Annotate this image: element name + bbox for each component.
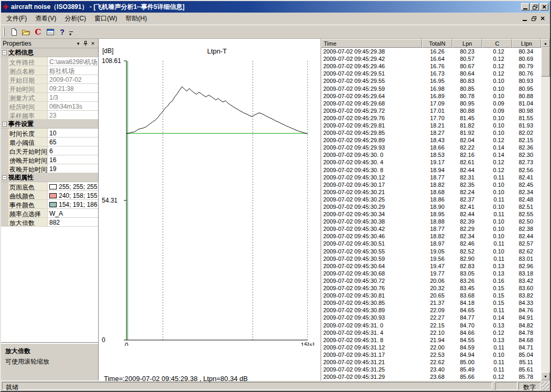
table-row[interactable]: 2009-07-02 09:45:29.4616.7680.670.1280.7… xyxy=(321,62,541,70)
table-row[interactable]: 2009-07-02 09:45:30.5118.9782.460.1182.5… xyxy=(321,240,541,247)
column-header-time[interactable]: Time xyxy=(321,39,422,48)
property-value[interactable]: 255; 255; 255 xyxy=(47,182,98,191)
table-row[interactable]: 2009-07-02 09:45:30.4218.7782.290.1082.3… xyxy=(321,225,541,232)
table-row[interactable]: 2009-07-02 09:45:31. 022.1584.700.1384.8… xyxy=(321,321,541,329)
toolbar-grip-handle[interactable] xyxy=(3,28,5,36)
table-row[interactable]: 2009-07-02 09:45:30.4618.8282.340.1082.4… xyxy=(321,232,541,240)
table-row[interactable]: 2009-07-02 09:45:31.2122.6285.000.1185.1… xyxy=(321,358,541,366)
close-button[interactable]: ✕ xyxy=(540,3,548,10)
table-row[interactable]: 2009-07-02 09:45:30.9322.2784.770.1484.9… xyxy=(321,314,541,321)
menu-item-view[interactable]: 查看(V) xyxy=(31,12,60,25)
property-section-header[interactable]: −事件设置 xyxy=(1,120,98,129)
table-row[interactable]: 2009-07-02 09:45:31.1722.5384.940.1085.0… xyxy=(321,351,541,358)
menu-item-file[interactable]: 文件(F) xyxy=(2,12,31,25)
minimize-button[interactable] xyxy=(521,3,529,10)
table-row[interactable]: 2009-07-02 09:45:30.8922.0984.650.1184.7… xyxy=(321,306,541,314)
chevron-down-icon[interactable]: ▾ xyxy=(75,40,82,47)
table-row[interactable]: 2009-07-02 09:45:30. 818.9482.440.1282.5… xyxy=(321,166,541,174)
property-section-header[interactable]: −视图属性 xyxy=(1,173,98,182)
table-row[interactable]: 2009-07-02 09:45:31. 422.1084.660.1284.7… xyxy=(321,329,541,336)
table-row[interactable]: 2009-07-02 09:45:29.5916.9880.850.1080.9… xyxy=(321,84,541,92)
table-row[interactable]: 2009-07-02 09:45:30.5919.5682.900.1183.0… xyxy=(321,255,541,262)
property-value[interactable]: 栎社机场 xyxy=(47,66,98,75)
property-value[interactable]: 16 xyxy=(47,155,98,164)
chart-canvas[interactable]: 054.31108.61015[s] xyxy=(99,39,321,346)
pin-icon[interactable] xyxy=(82,40,89,47)
property-value[interactable]: W_A xyxy=(47,209,98,218)
table-row[interactable]: 2009-07-02 09:45:30.7620.3283.450.1583.6… xyxy=(321,284,541,292)
table-row[interactable]: 2009-07-02 09:45:29.9318.6682.220.1482.3… xyxy=(321,144,541,151)
property-value[interactable]: 2009-07-02 xyxy=(47,75,98,84)
toolbar-overflow-chevron-icon[interactable]: ▾ xyxy=(69,27,73,37)
column-header-c[interactable]: C xyxy=(482,39,512,48)
properties-button[interactable] xyxy=(44,26,56,38)
property-value[interactable]: 10 xyxy=(47,129,98,137)
table-row[interactable]: 2009-07-02 09:45:29.8118.2181.820.1081.9… xyxy=(321,122,541,129)
table-row[interactable]: 2009-07-02 09:45:29.7617.7081.450.1081.5… xyxy=(321,114,541,122)
open-file-button[interactable] xyxy=(20,26,32,38)
table-row[interactable]: 2009-07-02 09:45:31. 821.9484.550.1384.6… xyxy=(321,336,541,344)
new-document-button[interactable] xyxy=(8,26,20,38)
mdi-minimize-button[interactable] xyxy=(521,15,529,23)
scroll-down-arrow-icon[interactable]: ▼ xyxy=(541,372,550,380)
table-row[interactable]: 2009-07-02 09:45:31.1222.0084.590.1184.7… xyxy=(321,344,541,351)
property-value[interactable]: 65 xyxy=(47,137,98,146)
table-row[interactable]: 2009-07-02 09:45:30.6419.4782.830.1382.9… xyxy=(321,262,541,270)
property-value[interactable]: 19 xyxy=(47,164,98,173)
property-value[interactable]: 882 xyxy=(47,218,98,227)
table-row[interactable]: 2009-07-02 09:45:30.2918.9082.410.1082.5… xyxy=(321,203,541,210)
property-value[interactable]: 240; 158; 155 xyxy=(47,191,98,200)
table-row[interactable]: 2009-07-02 09:45:30.8521.3784.180.1584.3… xyxy=(321,299,541,306)
calibration-button[interactable]: C xyxy=(32,26,44,38)
property-value[interactable]: 23 xyxy=(47,111,98,120)
scrollbar-track[interactable] xyxy=(541,47,550,372)
property-value[interactable]: 06h34m13s xyxy=(47,102,98,111)
table-row[interactable]: 2009-07-02 09:45:31.2923.6885.660.1285.7… xyxy=(321,373,541,380)
vertical-scrollbar[interactable]: ▲ ▼ xyxy=(541,39,550,380)
resize-grip[interactable] xyxy=(542,382,549,390)
menu-item-help[interactable]: 帮助(H) xyxy=(121,12,151,25)
scrollbar-thumb[interactable] xyxy=(541,47,550,77)
mdi-restore-button[interactable] xyxy=(529,15,538,23)
table-row[interactable]: 2009-07-02 09:45:29.5116.7380.640.1280.7… xyxy=(321,70,541,77)
panel-close-icon[interactable]: ✕ xyxy=(89,40,97,47)
table-row[interactable]: 2009-07-02 09:45:29.6817.0980.950.0981.0… xyxy=(321,100,541,107)
collapse-minus-icon[interactable]: − xyxy=(2,122,7,126)
table-row[interactable]: 2009-07-02 09:45:30.1718.8282.350.1082.4… xyxy=(321,181,541,188)
table-row[interactable]: 2009-07-02 09:45:29.5516.9580.830.1080.9… xyxy=(321,77,541,84)
table-row[interactable]: 2009-07-02 09:45:30.6819.7783.050.1383.1… xyxy=(321,270,541,277)
table-row[interactable]: 2009-07-02 09:45:30.3418.9582.440.1182.5… xyxy=(321,210,541,218)
table-row[interactable]: 2009-07-02 09:45:29.4216.6480.570.1280.6… xyxy=(321,55,541,62)
table-row[interactable]: 2009-07-02 09:45:30.5519.0582.520.1082.6… xyxy=(321,248,541,255)
property-value[interactable]: 154; 191; 186 xyxy=(47,200,98,209)
table-row[interactable]: 2009-07-02 09:45:31.2523.4085.490.1185.6… xyxy=(321,366,541,373)
restore-button[interactable] xyxy=(531,3,539,10)
table-row[interactable]: 2009-07-02 09:45:30.1218.7782.310.1182.4… xyxy=(321,174,541,181)
property-value[interactable]: 1/3 xyxy=(47,93,98,102)
table-row[interactable]: 2009-07-02 09:45:30.8120.6583.680.1583.8… xyxy=(321,292,541,299)
table-row[interactable]: 2009-07-02 09:45:30.7220.0683.260.1683.4… xyxy=(321,277,541,284)
help-button[interactable]: ? xyxy=(56,26,68,38)
table-row[interactable]: 2009-07-02 09:45:30. 018.5382.160.1482.3… xyxy=(321,151,541,158)
table-row[interactable]: 2009-07-02 09:45:30.3818.8882.390.1082.5… xyxy=(321,218,541,225)
table-row[interactable]: 2009-07-02 09:45:30. 419.1782.610.1282.7… xyxy=(321,158,541,166)
collapse-minus-icon[interactable]: − xyxy=(2,175,7,180)
column-header-totaln[interactable]: TotalN xyxy=(422,39,452,48)
menu-item-analysis[interactable]: 分析(C) xyxy=(60,12,90,25)
table-row[interactable]: 2009-07-02 09:45:29.8918.4382.040.1282.1… xyxy=(321,136,541,144)
table-row[interactable]: 2009-07-02 09:45:30.2118.6882.240.1082.3… xyxy=(321,188,541,196)
table-row[interactable]: 2009-07-02 09:45:29.6416.8980.780.1080.8… xyxy=(321,92,541,100)
mdi-close-button[interactable]: ✕ xyxy=(538,15,547,23)
scroll-up-arrow-icon[interactable]: ▲ xyxy=(541,39,550,47)
collapse-minus-icon[interactable]: − xyxy=(2,50,7,55)
table-row[interactable]: 2009-07-02 09:45:29.7217.0180.880.0980.9… xyxy=(321,107,541,114)
property-value[interactable]: C:\awa6298\机场 xyxy=(47,57,98,66)
column-header-ltpn[interactable]: Ltpn xyxy=(512,39,541,48)
table-row[interactable]: 2009-07-02 09:45:29.8518.2781.920.1082.0… xyxy=(321,129,541,136)
property-value[interactable]: 6 xyxy=(47,146,98,155)
table-row[interactable]: 2009-07-02 09:45:29.3816.2680.230.1280.3… xyxy=(321,48,541,55)
table-row[interactable]: 2009-07-02 09:45:30.2518.8682.370.1182.4… xyxy=(321,196,541,203)
menu-item-window[interactable]: 窗口(W) xyxy=(90,12,121,25)
property-section-header[interactable]: −文档信息 xyxy=(1,48,98,57)
property-value[interactable]: 09:21:38 xyxy=(47,84,98,93)
